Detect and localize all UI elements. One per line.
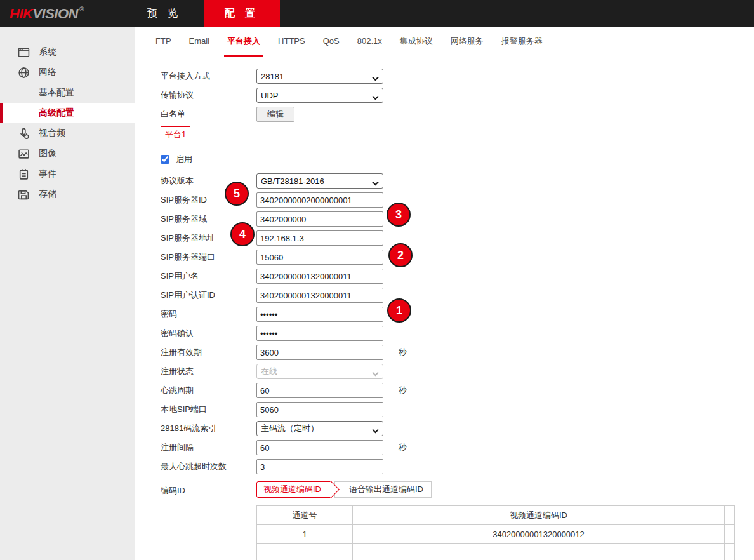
tab-platform-access[interactable]: 平台接入 xyxy=(224,27,263,57)
encode-id-tab-bar: 视频通道编码ID 语音输出通道编码ID xyxy=(256,481,754,498)
tab-qos[interactable]: QoS xyxy=(320,27,343,57)
tab-audio-output-channel-encode-id[interactable]: 语音输出通道编码ID xyxy=(334,481,432,498)
row-protocol-version: 协议版本 GB/T28181-2016 xyxy=(161,171,754,190)
sidebar-item-image[interactable]: 图像 xyxy=(0,143,135,164)
row-max-heartbeat-timeout: 最大心跳超时次数 xyxy=(161,457,754,476)
event-notepad-icon xyxy=(18,168,30,180)
chevron-down-icon xyxy=(372,74,379,83)
sip-server-address-input[interactable] xyxy=(256,230,383,246)
row-local-sip-port: 本地SIP端口 xyxy=(161,400,754,419)
cell-channel xyxy=(257,544,353,560)
sidebar-subitem-label: 高级配置 xyxy=(39,107,74,119)
tab-ftp[interactable]: FTP xyxy=(152,27,175,57)
sip-username-input[interactable] xyxy=(256,269,383,284)
unit-seconds: 秒 xyxy=(399,442,407,453)
tab-email[interactable]: Email xyxy=(186,27,213,57)
row-register-validity: 注册有效期 秒 xyxy=(161,343,754,362)
enable-checkbox[interactable] xyxy=(161,155,169,164)
enable-label: 启用 xyxy=(176,154,192,165)
stream-index-select[interactable]: 主码流（定时） xyxy=(256,421,383,436)
sip-server-id-input[interactable] xyxy=(256,192,383,208)
system-icon xyxy=(18,46,30,58)
row-transport: 传输协议 UDP xyxy=(161,86,754,105)
nav-tab-preview[interactable]: 预 览 xyxy=(126,0,202,27)
platform1-tab[interactable]: 平台1 xyxy=(161,126,190,142)
logo-vision: VISION xyxy=(32,6,78,22)
row-stream-index: 28181码流索引 主码流（定时） xyxy=(161,419,754,438)
selected-value: GB/T28181-2016 xyxy=(261,177,324,186)
sidebar-subitem-advanced-config[interactable]: 高级配置 xyxy=(0,103,135,123)
unit-seconds: 秒 xyxy=(399,347,407,358)
cell-spacer xyxy=(725,525,735,544)
sidebar-item-label: 系统 xyxy=(39,46,56,58)
nav-tab-config[interactable]: 配 置 xyxy=(204,0,280,27)
field-label: SIP用户认证ID xyxy=(161,290,256,301)
sidebar-item-label: 事件 xyxy=(39,168,56,180)
main-content: FTP Email 平台接入 HTTPS QoS 802.1x 集成协议 网络服… xyxy=(135,27,754,560)
register-interval-input[interactable] xyxy=(256,440,383,455)
microphone-icon xyxy=(18,128,30,140)
row-access-type: 平台接入方式 28181 xyxy=(161,67,754,86)
access-type-select[interactable]: 28181 xyxy=(256,69,383,84)
sidebar-item-label: 存储 xyxy=(39,189,56,200)
chevron-down-icon xyxy=(372,369,379,378)
field-label: 编码ID xyxy=(161,481,256,497)
password-input[interactable] xyxy=(256,307,383,322)
row-heartbeat-interval: 心跳周期 秒 xyxy=(161,381,754,400)
annotation-circle-5: 5 xyxy=(225,182,249,206)
sidebar-item-video-audio[interactable]: 视音频 xyxy=(0,123,135,143)
protocol-version-select[interactable]: GB/T28181-2016 xyxy=(256,173,383,189)
tab-video-channel-encode-id[interactable]: 视频通道编码ID xyxy=(256,481,332,498)
sidebar-item-system[interactable]: 系统 xyxy=(0,42,135,62)
heartbeat-interval-input[interactable] xyxy=(256,383,383,398)
cell-spacer xyxy=(725,544,735,560)
form-area: 平台接入方式 28181 传输协议 UDP 白名单 编辑 平台1 xyxy=(135,67,754,560)
table-row-empty xyxy=(257,544,735,560)
annotation-circle-4: 4 xyxy=(230,222,255,246)
field-label: 最大心跳超时次数 xyxy=(161,461,256,472)
field-label: 密码 xyxy=(161,309,256,320)
table-row[interactable]: 1 34020000001320000012 xyxy=(257,525,735,544)
row-password-confirm: 密码确认 xyxy=(161,324,754,343)
page: HIKVISION® 预 览 配 置 系统 网络 基本配置 高级配置 xyxy=(0,0,754,560)
cell-encode-id xyxy=(353,544,725,560)
row-register-interval: 注册间隔 秒 xyxy=(161,438,754,457)
sidebar-subitem-basic-config[interactable]: 基本配置 xyxy=(0,83,135,103)
chevron-down-icon xyxy=(372,178,379,188)
storage-disk-icon xyxy=(18,189,30,201)
field-label: 平台接入方式 xyxy=(161,70,256,82)
sip-domain-input[interactable] xyxy=(256,211,383,227)
annotation-circle-3: 3 xyxy=(387,203,411,227)
tab-network-service[interactable]: 网络服务 xyxy=(447,27,487,57)
register-status-select: 在线 xyxy=(256,364,383,379)
sidebar: 系统 网络 基本配置 高级配置 视音频 图像 xyxy=(0,27,135,560)
tab-8021x[interactable]: 802.1x xyxy=(354,27,385,57)
tab-https[interactable]: HTTPS xyxy=(275,27,308,57)
annotation-circle-1: 1 xyxy=(387,298,411,323)
row-encode-id: 编码ID 视频通道编码ID 语音输出通道编码ID xyxy=(161,481,754,498)
transport-select[interactable]: UDP xyxy=(256,88,383,103)
sidebar-item-event[interactable]: 事件 xyxy=(0,164,135,184)
selected-value: 主码流（定时） xyxy=(261,423,319,434)
row-password: 密码 xyxy=(161,305,754,324)
logo-hik: HIK xyxy=(10,6,32,22)
field-label: 传输协议 xyxy=(161,90,256,101)
column-header-spacer xyxy=(725,506,735,525)
password-confirm-input[interactable] xyxy=(256,326,383,341)
sip-auth-id-input[interactable] xyxy=(256,288,383,303)
field-label: 28181码流索引 xyxy=(161,423,256,434)
topbar: HIKVISION® 预 览 配 置 xyxy=(0,0,754,27)
tab-alarm-server[interactable]: 报警服务器 xyxy=(498,27,546,57)
max-heartbeat-timeout-input[interactable] xyxy=(256,459,383,474)
tab-integration-protocol[interactable]: 集成协议 xyxy=(397,27,436,57)
row-sip-port: SIP服务器端口 xyxy=(161,248,754,267)
sidebar-item-network[interactable]: 网络 xyxy=(0,62,135,83)
selected-value: UDP xyxy=(261,91,278,100)
selected-value: 在线 xyxy=(261,366,277,377)
register-validity-input[interactable] xyxy=(256,345,383,360)
local-sip-port-input[interactable] xyxy=(256,402,383,417)
sidebar-item-storage[interactable]: 存储 xyxy=(0,184,135,204)
sip-server-port-input[interactable] xyxy=(256,250,383,265)
field-label: SIP用户名 xyxy=(161,270,256,282)
whitelist-edit-button[interactable]: 编辑 xyxy=(256,107,294,122)
